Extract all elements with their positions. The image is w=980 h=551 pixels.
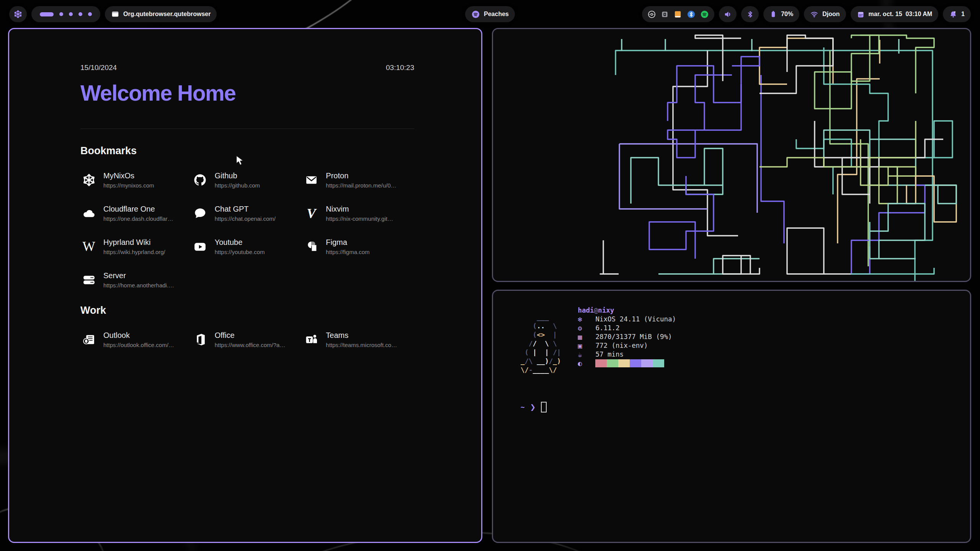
window-icon: [111, 10, 119, 18]
palette-row: ◐: [578, 359, 676, 368]
bookmark-name: Github: [215, 171, 260, 180]
bookmark-url: https://nix-community.git…: [326, 215, 393, 222]
wiki-w-icon: W: [80, 239, 97, 254]
nix-menu-button[interactable]: [9, 6, 27, 22]
fastfetch-info-row: ▣772 (nix-env): [578, 341, 676, 350]
bookmark-url: https://outlook.office.com/…: [103, 342, 174, 348]
bookmark-url: https://home.anotherhadi.…: [103, 282, 174, 289]
outlook-icon: [80, 332, 97, 347]
fastfetch-info-value: NixOS 24.11 (Vicuna): [595, 315, 676, 324]
fastfetch-terminal-window[interactable]: ___ (.. \ (<> | // \ \ ( | | /| _/\ __)/…: [492, 290, 971, 543]
bookmark-item[interactable]: Youtubehttps://youtube.com: [192, 238, 303, 255]
shell-prompt[interactable]: ~ ❯: [521, 402, 676, 412]
uptime-icon: ☕: [578, 350, 595, 359]
calendar-icon: [857, 10, 865, 18]
section-heading: Bookmarks: [80, 145, 414, 157]
bluetooth-widget[interactable]: [741, 6, 759, 22]
active-window-pill[interactable]: Org.qutebrowser.qutebrowser: [105, 6, 217, 22]
fastfetch-info-value: 6.11.2: [595, 324, 619, 333]
workspace-dot[interactable]: [88, 12, 92, 16]
workspace-dot[interactable]: [69, 12, 73, 16]
bookmark-name: Youtube: [215, 238, 265, 247]
startpage-time: 03:10:23: [386, 64, 414, 72]
nix-icon: [13, 10, 23, 19]
fastfetch-info-row: ⚙6.11.2: [578, 324, 676, 333]
network-widget[interactable]: Djoon: [804, 6, 846, 22]
workspace-active[interactable]: [40, 12, 54, 16]
workspace-indicator: [31, 6, 100, 22]
server-icon: [80, 272, 97, 288]
bookmark-item[interactable]: Outlookhttps://outlook.office.com/…: [80, 331, 192, 348]
startpage-date: 15/10/2024: [80, 64, 117, 72]
app-window-tray-icon[interactable]: [661, 10, 669, 18]
now-playing-pill[interactable]: Peaches: [465, 6, 515, 22]
wifi-icon: [810, 10, 818, 18]
bookmark-url: https://one.dash.cloudflar…: [103, 215, 173, 222]
bookmark-url: https://mynixos.com: [103, 182, 154, 189]
fastfetch-info-row: ▦2870/31377 MiB (9%): [578, 333, 676, 341]
notifications-widget[interactable]: 1: [943, 6, 971, 22]
palette-swatch: [653, 359, 664, 367]
bookmark-item[interactable]: VNixvimhttps://nix-community.git…: [303, 205, 414, 222]
bookmark-item[interactable]: Serverhttps://home.anotherhadi.…: [80, 271, 192, 289]
terminal-palette: [595, 359, 664, 367]
packages-icon: ▣: [578, 341, 595, 350]
bookmark-item[interactable]: Cloudflare Onehttps://one.dash.cloudflar…: [80, 205, 192, 222]
clock-widget[interactable]: mar. oct. 15 03:10 AM: [851, 6, 939, 22]
bookmark-item[interactable]: Protonhttps://mail.proton.me/u/0…: [303, 171, 414, 189]
notes-tray-icon[interactable]: [673, 10, 682, 19]
mouse-cursor: [235, 155, 246, 166]
recorder-tray-icon[interactable]: [647, 10, 656, 19]
divider: [80, 129, 414, 129]
notification-count: 1: [961, 11, 965, 18]
youtube-icon: [192, 239, 209, 254]
qutebrowser-window[interactable]: 15/10/2024 03:10:23 Welcome Home Bookmar…: [8, 28, 482, 543]
bookmark-item[interactable]: Figmahttps://figma.com: [303, 238, 414, 255]
fastfetch-info-value: 772 (nix-env): [595, 341, 648, 350]
bluetooth-tray-icon[interactable]: [687, 10, 696, 19]
bookmark-name: Nixvim: [326, 205, 393, 214]
bookmark-name: Proton: [326, 171, 396, 180]
top-bar: Org.qutebrowser.qutebrowser Peaches: [0, 5, 980, 23]
bookmark-url: https://www.office.com/?a…: [215, 342, 286, 348]
bookmark-name: Hyprland Wiki: [103, 238, 165, 247]
nixvim-v-icon: V: [303, 206, 320, 221]
bluetooth-icon: [746, 10, 754, 18]
user-host-line: hadi@nixy: [578, 306, 676, 315]
pipes-terminal-window[interactable]: [492, 28, 971, 282]
bell-icon: [949, 10, 957, 18]
bookmark-item[interactable]: MyNixOshttps://mynixos.com: [80, 171, 192, 189]
volume-widget[interactable]: [719, 6, 737, 22]
bookmark-name: Teams: [326, 331, 397, 340]
nix-icon: [80, 173, 97, 188]
bookmark-item[interactable]: Githubhttps://github.com: [192, 171, 303, 189]
bookmark-item[interactable]: WHyprland Wikihttps://wiki.hyprland.org/: [80, 238, 192, 255]
bookmark-url: https://mail.proton.me/u/0…: [326, 182, 396, 189]
bookmark-name: MyNixOs: [103, 171, 154, 180]
bookmark-item[interactable]: Officehttps://www.office.com/?a…: [192, 331, 303, 348]
workspace-dot[interactable]: [59, 12, 63, 16]
prompt-cwd: ~: [521, 403, 525, 412]
bookmark-item[interactable]: Teamshttps://teams.microsoft.co…: [303, 331, 414, 348]
battery-icon: [769, 10, 777, 18]
pipes-screensaver: [493, 29, 970, 281]
bookmark-grid: Outlookhttps://outlook.office.com/…Offic…: [80, 331, 414, 348]
office-icon: [192, 332, 209, 347]
at-separator: @: [594, 306, 598, 315]
startpage-sections: BookmarksMyNixOshttps://mynixos.comGithu…: [80, 145, 414, 348]
system-tray: [642, 6, 714, 22]
spotify-tray-icon[interactable]: [700, 10, 709, 19]
fastfetch-info-value: 2870/31377 MiB (9%): [595, 333, 672, 341]
github-icon: [192, 173, 209, 188]
page-title: Welcome Home: [80, 80, 414, 106]
bookmark-name: Chat GPT: [215, 205, 276, 214]
memory-icon: ▦: [578, 333, 595, 341]
section-heading: Work: [80, 305, 414, 316]
info-rows: ❄NixOS 24.11 (Vicuna)⚙6.11.2▦2870/31377 …: [578, 315, 676, 359]
now-playing-label: Peaches: [484, 11, 509, 18]
bookmark-item[interactable]: Chat GPThttps://chat.openai.com/: [192, 205, 303, 222]
workspace-dot[interactable]: [78, 12, 82, 16]
window-title: Org.qutebrowser.qutebrowser: [123, 11, 211, 18]
battery-widget[interactable]: 70%: [763, 6, 799, 22]
bookmark-url: https://teams.microsoft.co…: [326, 342, 397, 348]
